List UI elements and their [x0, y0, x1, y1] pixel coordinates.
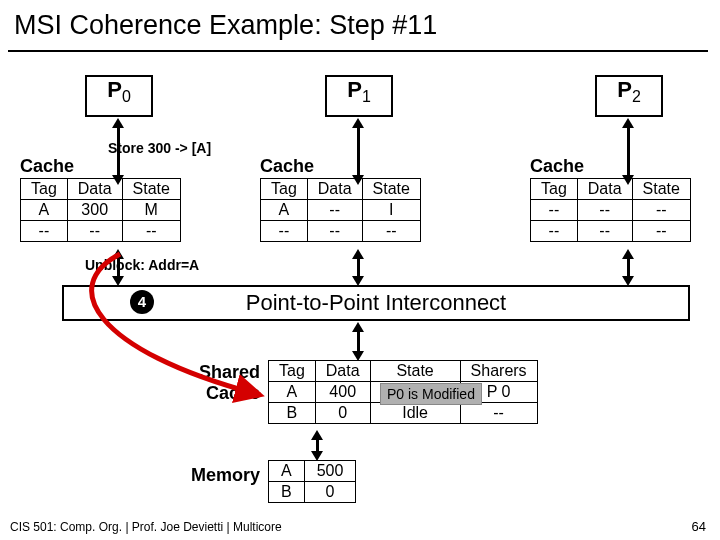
td: 0	[315, 403, 370, 424]
cache-label-0: Cache	[20, 156, 74, 177]
processor-label-p0: P	[107, 77, 122, 102]
td: A	[269, 461, 305, 482]
arrow-down-icon	[352, 175, 364, 185]
processor-box-p2: P2	[595, 75, 663, 117]
th: State	[362, 179, 420, 200]
th: Tag	[261, 179, 308, 200]
td: A	[269, 382, 316, 403]
processor-sub-p1: 1	[362, 88, 371, 105]
th: Tag	[269, 361, 316, 382]
arrow-down-icon	[311, 451, 323, 461]
state-note-box: P0 is Modified	[380, 383, 482, 405]
td: --	[531, 200, 578, 221]
td: --	[632, 221, 690, 242]
td: --	[67, 221, 122, 242]
cache-table-p1: Tag Data State A -- I -- -- --	[260, 178, 421, 242]
th: State	[370, 361, 460, 382]
arrow-down-icon	[352, 276, 364, 286]
processor-sub-p2: 2	[632, 88, 641, 105]
table-row: -- -- --	[531, 200, 691, 221]
interconnect-box: Point-to-Point Interconnect	[62, 285, 690, 321]
td: --	[122, 221, 180, 242]
table-row: -- -- --	[21, 221, 181, 242]
td: B	[269, 482, 305, 503]
td: M	[122, 200, 180, 221]
td: --	[362, 221, 420, 242]
arrow-down-icon	[352, 351, 364, 361]
processor-sub-p0: 0	[122, 88, 131, 105]
page-title: MSI Coherence Example: Step #11	[14, 10, 437, 47]
processor-label-p1: P	[347, 77, 362, 102]
td: B	[269, 403, 316, 424]
memory-table: A 500 B 0	[268, 460, 356, 503]
table-row: A 300 M	[21, 200, 181, 221]
unblock-message-label: Unblock: Addr=A	[85, 257, 199, 273]
arrow-stem	[117, 126, 120, 178]
arrow-stem	[627, 126, 630, 178]
td: --	[577, 221, 632, 242]
td: --	[307, 200, 362, 221]
shared-cache-label: Shared Cache	[170, 362, 260, 404]
table-row: -- -- --	[531, 221, 691, 242]
table-row: -- -- --	[261, 221, 421, 242]
footer-text: CIS 501: Comp. Org. | Prof. Joe Devietti…	[10, 520, 282, 534]
td: Idle	[370, 403, 460, 424]
td: 400	[315, 382, 370, 403]
arrow-down-icon	[622, 175, 634, 185]
td: I	[362, 200, 420, 221]
th: Tag	[531, 179, 578, 200]
table-row: B 0	[269, 482, 356, 503]
td: --	[21, 221, 68, 242]
td: --	[261, 221, 308, 242]
td: --	[460, 403, 537, 424]
shared-lbl-l2: Cache	[206, 383, 260, 403]
interconnect-label: Point-to-Point Interconnect	[246, 290, 506, 315]
processor-box-p0: P0	[85, 75, 153, 117]
td: --	[577, 200, 632, 221]
th: Data	[315, 361, 370, 382]
arrow-stem	[357, 126, 360, 178]
td: 300	[67, 200, 122, 221]
td: 500	[304, 461, 356, 482]
th: State	[632, 179, 690, 200]
td: --	[531, 221, 578, 242]
cache-table-p2: Tag Data State -- -- -- -- -- --	[530, 178, 691, 242]
th: State	[122, 179, 180, 200]
table-row: A -- I	[261, 200, 421, 221]
table-row: A 500	[269, 461, 356, 482]
memory-label: Memory	[170, 465, 260, 486]
td: --	[632, 200, 690, 221]
table-row: B 0 Idle --	[269, 403, 538, 424]
arrow-down-icon	[112, 175, 124, 185]
arrow-down-icon	[622, 276, 634, 286]
page-number: 64	[692, 519, 706, 534]
cache-label-2: Cache	[530, 156, 584, 177]
processor-label-p2: P	[617, 77, 632, 102]
cache-label-1: Cache	[260, 156, 314, 177]
shared-lbl-l1: Shared	[199, 362, 260, 382]
td: --	[307, 221, 362, 242]
cache-table-p0: Tag Data State A 300 M -- -- --	[20, 178, 181, 242]
store-event-label: Store 300 -> [A]	[108, 140, 211, 156]
processor-box-p1: P1	[325, 75, 393, 117]
td: A	[261, 200, 308, 221]
title-rule	[8, 50, 708, 52]
td: 0	[304, 482, 356, 503]
arrow-down-icon	[112, 276, 124, 286]
td: A	[21, 200, 68, 221]
th: Sharers	[460, 361, 537, 382]
th: Tag	[21, 179, 68, 200]
